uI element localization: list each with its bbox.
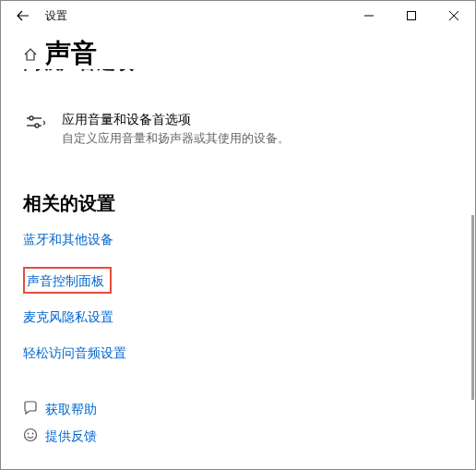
section-related-settings: 相关的设置 (23, 191, 453, 216)
svg-point-8 (25, 429, 37, 441)
home-icon[interactable] (23, 47, 38, 66)
maximize-button[interactable] (390, 1, 433, 30)
feedback-icon (23, 428, 45, 445)
page-header: 声音 (1, 30, 475, 71)
highlight-annotation: 声音控制面板 (23, 267, 112, 294)
option-description: 自定义应用音量和扬声器或其使用的设备。 (62, 130, 290, 147)
link-get-help[interactable]: 获取帮助 (23, 401, 97, 418)
scrollbar[interactable] (469, 30, 474, 468)
link-sound-control-panel[interactable]: 声音控制面板 (27, 273, 104, 290)
footer-links: 获取帮助 提供反馈 (23, 401, 97, 454)
window-title: 设置 (45, 8, 67, 24)
link-ease-of-access-audio[interactable]: 轻松访问音频设置 (23, 345, 126, 362)
window-controls (348, 1, 475, 30)
app-volume-option[interactable]: 应用音量和设备首选项 自定义应用音量和扬声器或其使用的设备。 (23, 112, 453, 147)
svg-point-7 (35, 124, 39, 127)
svg-point-10 (32, 433, 34, 435)
related-links: 蓝牙和其他设备 声音控制面板 麦克风隐私设置 轻松访问音频设置 (23, 231, 453, 380)
feedback-label: 提供反馈 (45, 428, 97, 445)
close-button[interactable] (433, 1, 475, 30)
svg-point-5 (30, 116, 33, 120)
help-label: 获取帮助 (45, 402, 97, 418)
svg-point-9 (28, 433, 30, 435)
scrollbar-thumb[interactable] (471, 215, 474, 400)
back-button[interactable] (8, 1, 38, 30)
page-title: 声音 (45, 36, 97, 71)
option-title: 应用音量和设备首选项 (62, 112, 290, 128)
sliders-icon (23, 114, 49, 132)
help-icon (23, 401, 45, 418)
link-give-feedback[interactable]: 提供反馈 (23, 428, 97, 445)
minimize-button[interactable] (348, 1, 390, 30)
section-advanced-sound-options: 高级声音选项 (23, 69, 453, 86)
svg-rect-1 (408, 12, 416, 20)
link-microphone-privacy[interactable]: 麦克风隐私设置 (23, 309, 113, 326)
link-bluetooth-devices[interactable]: 蓝牙和其他设备 (23, 232, 113, 248)
back-arrow-icon (17, 9, 30, 22)
